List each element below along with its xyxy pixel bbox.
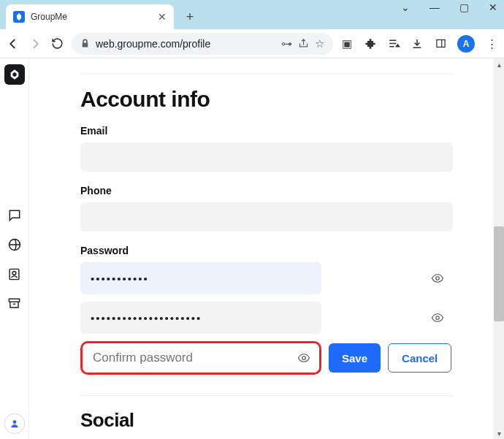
browser-tab[interactable]: GroupMe ✕	[6, 4, 174, 29]
scrollbar[interactable]: ▴ ▾	[494, 58, 504, 439]
contacts-icon[interactable]	[7, 266, 23, 282]
chats-icon[interactable]	[7, 207, 23, 224]
save-button[interactable]: Save	[329, 343, 381, 373]
new-tab-button[interactable]: +	[180, 7, 200, 27]
minimize-icon[interactable]: —	[428, 1, 441, 13]
svg-point-3	[12, 271, 16, 275]
extensions-area: ▣ A ⋮	[340, 35, 498, 53]
tab-favicon	[13, 11, 25, 23]
url-text: web.groupme.com/profile	[96, 38, 275, 50]
scroll-thumb[interactable]	[494, 226, 504, 321]
svg-rect-2	[9, 269, 19, 279]
phone-label: Phone	[80, 185, 453, 196]
email-input[interactable]	[80, 142, 453, 172]
tab-title: GroupMe	[31, 12, 67, 22]
tab-close-icon[interactable]: ✕	[158, 11, 167, 23]
window-titlebar: GroupMe ✕ + ⌄ — ▢ ✕	[0, 0, 504, 29]
svg-point-7	[436, 316, 440, 320]
svg-point-6	[436, 277, 440, 280]
lock-icon	[80, 39, 90, 48]
maximize-icon[interactable]: ▢	[457, 1, 470, 13]
close-window-icon[interactable]: ✕	[486, 1, 500, 13]
toggle-visibility-icon[interactable]	[297, 351, 310, 364]
scroll-up-icon[interactable]: ▴	[494, 58, 504, 70]
translate-icon[interactable]: ▣	[340, 37, 354, 50]
phone-input[interactable]	[80, 202, 453, 232]
address-bar[interactable]: web.groupme.com/profile ⊶ ☆	[72, 33, 333, 55]
archive-icon[interactable]	[7, 295, 23, 311]
password-label: Password	[80, 245, 453, 256]
new-password-input[interactable]	[80, 302, 321, 334]
toggle-visibility-icon[interactable]	[431, 311, 444, 324]
svg-rect-0	[436, 40, 444, 47]
dropdown-icon[interactable]: ⌄	[399, 1, 412, 13]
confirm-password-highlight	[80, 341, 321, 375]
section-title-social: Social	[80, 409, 453, 432]
sidepanel-icon[interactable]	[434, 37, 447, 50]
svg-point-8	[302, 356, 306, 360]
scroll-down-icon[interactable]: ▾	[494, 427, 504, 439]
current-password-input[interactable]	[80, 262, 321, 294]
svg-rect-4	[9, 299, 19, 302]
discover-icon[interactable]	[7, 237, 23, 253]
kebab-menu-icon[interactable]: ⋮	[485, 37, 498, 50]
toggle-visibility-icon[interactable]	[431, 272, 444, 285]
window-controls: ⌄ — ▢ ✕	[399, 1, 500, 13]
confirm-password-input[interactable]	[83, 343, 319, 373]
share-icon[interactable]	[298, 38, 309, 49]
cancel-button[interactable]: Cancel	[388, 343, 451, 373]
download-icon[interactable]	[411, 37, 424, 50]
forward-button[interactable]	[28, 37, 42, 51]
user-avatar-icon[interactable]	[5, 414, 24, 433]
browser-toolbar: web.groupme.com/profile ⊶ ☆ ▣ A ⋮	[0, 29, 504, 58]
bookmark-icon[interactable]: ☆	[315, 37, 324, 50]
groupme-logo[interactable]	[4, 64, 25, 85]
email-label: Email	[80, 125, 453, 137]
extensions-icon[interactable]	[364, 37, 377, 50]
playlist-icon[interactable]	[387, 37, 400, 50]
reload-button[interactable]	[50, 37, 64, 51]
app-sidebar	[0, 58, 29, 439]
svg-point-5	[12, 420, 16, 424]
section-title-account: Account info	[80, 87, 453, 112]
content-scroll: Account info Email Phone Password	[29, 58, 504, 439]
key-icon[interactable]: ⊶	[281, 37, 292, 50]
back-button[interactable]	[6, 37, 20, 51]
profile-avatar[interactable]: A	[457, 35, 475, 53]
